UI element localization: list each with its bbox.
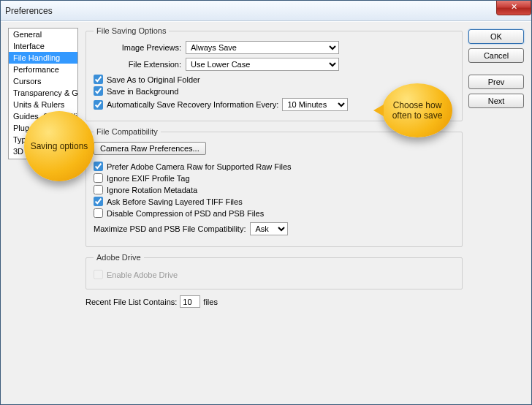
save-in-background-checkbox[interactable] — [94, 86, 103, 96]
dialog-buttons: OK Cancel Prev Next — [468, 29, 524, 108]
camera-raw-prefs-button[interactable]: Camera Raw Preferences... — [94, 142, 206, 155]
prefer-acr-checkbox[interactable] — [94, 162, 103, 171]
sidebar-item-performance[interactable]: Performance — [9, 64, 77, 75]
sidebar-item-units[interactable]: Units & Rulers — [9, 99, 77, 110]
ignore-exif-label: Ignore EXIF Profile Tag — [107, 174, 190, 183]
ask-tiff-label: Ask Before Saving Layered TIFF Files — [107, 197, 243, 206]
prefer-acr-label: Prefer Adobe Camera Raw for Supported Ra… — [107, 162, 292, 171]
sidebar-item-general[interactable]: General — [9, 29, 77, 40]
maximize-compat-label: Maximize PSD and PSB File Compatibility: — [94, 224, 246, 233]
callout-tail-icon — [373, 105, 384, 116]
next-button[interactable]: Next — [468, 94, 524, 108]
image-previews-select[interactable]: Always Save — [186, 41, 339, 54]
file-compatibility-group: File Compatibility Camera Raw Preference… — [86, 127, 463, 247]
enable-adobe-drive-label: Enable Adobe Drive — [107, 270, 178, 279]
adobe-drive-legend: Adobe Drive — [94, 253, 144, 262]
ignore-rotation-label: Ignore Rotation Metadata — [107, 186, 197, 194]
maximize-compat-select[interactable]: Ask — [250, 222, 288, 235]
preferences-window: Preferences ✕ General Interface File Han… — [0, 0, 532, 405]
titlebar: Preferences ✕ — [1, 1, 531, 21]
ask-tiff-checkbox[interactable] — [94, 197, 103, 206]
sidebar-item-file-handling[interactable]: File Handling — [9, 52, 77, 64]
auto-save-label: Automatically Save Recovery Information … — [107, 100, 278, 109]
sidebar-item-cursors[interactable]: Cursors — [9, 75, 77, 87]
ok-button[interactable]: OK — [468, 29, 524, 44]
callout-saving-options: Saving options — [24, 111, 94, 181]
close-button[interactable]: ✕ — [496, 1, 531, 15]
close-icon: ✕ — [511, 2, 517, 11]
recent-label-post: files — [203, 298, 218, 306]
sidebar-item-interface[interactable]: Interface — [9, 40, 77, 52]
recent-label-pre: Recent File List Contains: — [86, 298, 177, 306]
cancel-button[interactable]: Cancel — [468, 48, 524, 63]
callout-choose-interval: Choose how often to save — [382, 83, 452, 137]
file-saving-legend: File Saving Options — [94, 26, 169, 35]
save-as-original-checkbox[interactable] — [94, 75, 103, 84]
save-as-original-label: Save As to Original Folder — [107, 75, 200, 84]
file-extension-label: File Extension: — [94, 60, 181, 69]
enable-adobe-drive-checkbox — [94, 270, 103, 279]
save-in-background-label: Save in Background — [107, 87, 178, 96]
recent-files-row: Recent File List Contains: files — [86, 295, 463, 308]
auto-save-interval-select[interactable]: 10 Minutes — [282, 98, 348, 111]
prev-button[interactable]: Prev — [468, 75, 524, 89]
adobe-drive-group: Adobe Drive Enable Adobe Drive — [86, 253, 463, 289]
file-extension-select[interactable]: Use Lower Case — [186, 58, 339, 71]
dialog-body: General Interface File Handling Performa… — [1, 21, 531, 404]
disable-compress-checkbox[interactable] — [94, 208, 103, 218]
image-previews-label: Image Previews: — [94, 43, 181, 52]
recent-count-input[interactable] — [180, 295, 200, 308]
file-compat-legend: File Compatibility — [94, 127, 161, 136]
ignore-exif-checkbox[interactable] — [94, 173, 103, 183]
main-panel: File Saving Options Image Previews: Alwa… — [86, 26, 463, 398]
sidebar-item-transparency[interactable]: Transparency & Gamut — [9, 87, 77, 99]
disable-compress-label: Disable Compression of PSD and PSB Files — [107, 209, 264, 218]
window-title: Preferences — [5, 6, 53, 16]
ignore-rotation-checkbox[interactable] — [94, 185, 103, 194]
auto-save-checkbox[interactable] — [94, 100, 103, 110]
